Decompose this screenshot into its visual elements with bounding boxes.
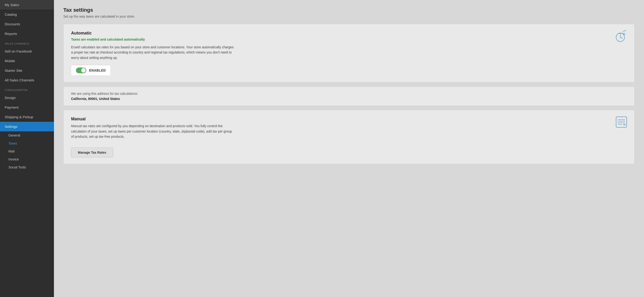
sidebar-item-label: Reports [5,32,17,36]
svg-line-6 [623,31,625,32]
sidebar-section-configuration: Configuration [0,85,54,93]
svg-line-2 [620,37,622,38]
sidebar-section-sales-channels: Sales channels [0,38,54,46]
manual-card-title: Manual [71,116,627,122]
svg-text:%: % [623,123,626,126]
address-label: We are using this address for tax calcul… [71,92,627,96]
sidebar-item-discounts[interactable]: Discounts [0,19,54,29]
sidebar-item-label: Starter Site [5,68,22,72]
sidebar-item-mobile[interactable]: Mobile [0,56,54,66]
automatic-tax-icon: % [614,30,628,45]
page-title: Tax settings [63,7,634,13]
manual-description: Manual tax rates are configured by you d… [71,124,235,139]
sidebar-item-label: Mobile [5,59,15,63]
sidebar-item-label: All Sales Channels [5,78,34,82]
sidebar-item-label: Shipping & Pickup [5,115,33,119]
sidebar-item-settings[interactable]: Settings [0,122,54,131]
sidebar-item-payment[interactable]: Payment [0,102,54,112]
sidebar-subitem-mail[interactable]: Mail [0,147,54,155]
sidebar-item-label: Catalog [5,12,17,16]
automatic-card-title: Automatic [71,31,627,36]
svg-point-7 [625,30,626,31]
sidebar-item-label: My Sales [5,3,19,7]
toggle-label: ENABLED [89,68,106,72]
automatic-card: % Automatic Taxes are enabled and calcul… [63,24,634,82]
svg-text:%: % [623,32,625,36]
sidebar-item-label: Sell on Facebook [5,49,32,53]
sidebar: My Sales Catalog Discounts Reports Sales… [0,0,54,297]
address-section: We are using this address for tax calcul… [63,86,634,106]
sidebar-item-shipping-pickup[interactable]: Shipping & Pickup [0,112,54,122]
sidebar-subitem-invoice[interactable]: Invoice [0,155,54,163]
sidebar-item-label: Settings [5,124,17,128]
sidebar-item-label: Design [5,96,16,100]
sidebar-item-label: Payment [5,105,18,109]
sidebar-item-all-sales-channels[interactable]: All Sales Channels [0,75,54,85]
manual-tax-icon: % [615,116,628,130]
sidebar-item-sell-facebook[interactable]: Sell on Facebook [0,46,54,56]
toggle-switch[interactable] [76,68,86,73]
sidebar-item-catalog[interactable]: Catalog [0,10,54,19]
sidebar-subitem-social-tools[interactable]: Social Tools [0,163,54,171]
automatic-toggle[interactable]: ENABLED [71,65,111,76]
manual-card: % Manual Manual tax rates are configured… [63,110,634,164]
main-content: Tax settings Set up the way taxes are ca… [54,0,644,297]
sidebar-item-design[interactable]: Design [0,93,54,102]
sidebar-item-reports[interactable]: Reports [0,29,54,38]
automatic-description: Ecwid calculates tax rates for you based… [71,44,235,60]
sidebar-subitem-general[interactable]: General [0,131,54,139]
sidebar-item-my-sales[interactable]: My Sales [0,0,54,10]
sidebar-item-label: Discounts [5,22,20,26]
address-value: California, 90001, United States [71,97,627,101]
automatic-status-text: Taxes are enabled and calculated automat… [71,38,627,41]
sidebar-subitem-taxes[interactable]: Taxes [0,139,54,147]
sidebar-item-starter-site[interactable]: Starter Site [0,66,54,75]
page-subtitle: Set up the way taxes are calculated in y… [63,14,634,18]
manage-tax-rates-button[interactable]: Manage Tax Rates [71,148,113,158]
